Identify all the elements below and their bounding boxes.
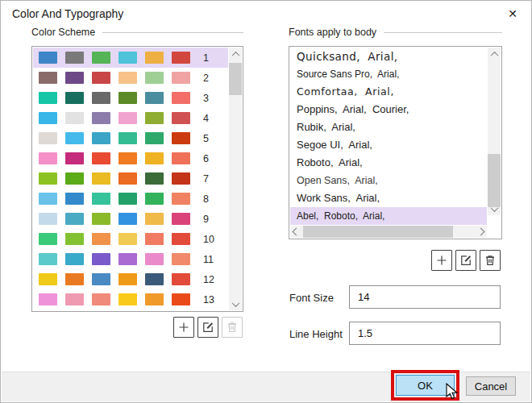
color-scheme-row[interactable]: 7 [33, 168, 228, 189]
color-scheme-row[interactable]: 9 [33, 209, 228, 229]
color-scheme-row[interactable]: 8 [33, 189, 228, 209]
color-swatch [65, 233, 84, 245]
color-swatch [145, 152, 164, 164]
color-scheme-row[interactable]: 1 [33, 48, 228, 68]
add-color-scheme-button[interactable] [173, 317, 194, 338]
font-size-label: Font Size [289, 292, 334, 304]
color-swatch [65, 293, 84, 305]
scrollbar-thumb[interactable] [229, 63, 242, 95]
color-swatch [145, 92, 164, 104]
color-swatch [172, 273, 190, 285]
color-swatch [118, 172, 137, 185]
font-list-item[interactable]: Work Sans, Arial, [290, 189, 487, 207]
color-swatch [92, 213, 110, 225]
color-swatch [172, 293, 190, 305]
font-list-item[interactable]: Comfortaa, Arial, [290, 83, 487, 101]
scroll-down-icon[interactable] [488, 202, 501, 215]
color-swatch [172, 52, 190, 64]
color-swatch [172, 213, 190, 225]
delete-icon [484, 255, 496, 266]
color-scheme-row[interactable]: 2 [33, 68, 228, 88]
color-scheme-row[interactable]: 5 [33, 128, 228, 148]
font-list: Quicksand, Arial,Source Sans Pro, Arial,… [289, 46, 502, 239]
font-list-horizontal-scrollbar[interactable] [290, 226, 487, 238]
font-list-item[interactable]: Rubik, Arial, [290, 118, 487, 136]
color-swatch [39, 233, 57, 245]
group-divider-line [102, 32, 243, 33]
ok-button[interactable]: OK [396, 375, 455, 396]
color-scheme-row[interactable] [33, 310, 228, 310]
edit-font-button[interactable] [455, 250, 476, 271]
color-swatch [39, 152, 57, 164]
color-swatch [65, 273, 84, 285]
color-swatch [65, 172, 84, 185]
color-scheme-row-number: 8 [203, 193, 209, 205]
scroll-right-icon[interactable] [475, 226, 487, 238]
color-swatch [145, 172, 164, 185]
color-scheme-row-number: 11 [203, 254, 214, 265]
color-scheme-row-number: 6 [203, 153, 209, 164]
add-font-button[interactable] [431, 250, 452, 271]
color-swatch [172, 233, 190, 245]
color-swatch [118, 92, 137, 104]
delete-color-scheme-button[interactable] [222, 317, 243, 338]
font-list-item[interactable]: Roboto, Arial, [290, 154, 487, 172]
color-scheme-row[interactable]: 11 [33, 249, 228, 269]
font-list-vertical-scrollbar[interactable] [488, 48, 501, 215]
color-swatch [92, 132, 110, 144]
font-size-input[interactable] [349, 285, 501, 309]
font-list-item[interactable]: Segoe UI, Arial, [290, 136, 487, 154]
color-swatch [92, 72, 110, 84]
fonts-group-header: Fonts apply to body [289, 27, 502, 38]
scrollbar-thumb[interactable] [488, 154, 501, 207]
color-swatch [172, 152, 190, 164]
color-swatch [145, 112, 164, 124]
color-swatch [92, 253, 110, 265]
color-scheme-row[interactable]: 3 [33, 88, 228, 108]
delete-icon [227, 322, 238, 333]
color-swatch [145, 253, 164, 265]
scroll-up-icon[interactable] [488, 48, 501, 60]
font-list-item[interactable]: Quicksand, Arial, [290, 48, 487, 65]
color-scheme-row[interactable]: 10 [33, 229, 228, 249]
color-swatch [92, 273, 110, 285]
color-swatch [65, 193, 84, 205]
color-swatch [145, 273, 164, 285]
font-list-item[interactable]: Source Sans Pro, Arial, [290, 65, 487, 83]
color-scheme-row-number: 10 [203, 234, 214, 245]
delete-font-button[interactable] [480, 250, 501, 271]
color-swatch [92, 293, 110, 305]
color-list-vertical-scrollbar[interactable] [229, 48, 242, 310]
color-swatch [65, 72, 84, 84]
font-list-item[interactable]: Poppins, Arial, Courier, [290, 101, 487, 118]
color-swatch [145, 293, 164, 305]
scroll-down-icon[interactable] [229, 297, 242, 310]
color-swatch [118, 72, 137, 84]
color-scheme-row[interactable]: 6 [33, 148, 228, 168]
color-swatch [118, 112, 137, 124]
cancel-button[interactable]: Cancel [466, 376, 516, 396]
color-swatch [118, 253, 137, 265]
color-scheme-row[interactable]: 12 [33, 269, 228, 289]
color-swatch [39, 112, 57, 124]
scroll-up-icon[interactable] [229, 48, 242, 60]
color-swatch [118, 293, 137, 305]
color-scheme-label: Color Scheme [31, 27, 95, 38]
color-swatch [65, 213, 84, 225]
font-list-item[interactable]: Abel, Roboto, Arial, [290, 207, 487, 225]
color-swatch [172, 72, 190, 84]
font-list-item[interactable]: Open Sans, Arial, [290, 172, 487, 189]
color-swatch [39, 293, 57, 305]
line-height-input[interactable] [349, 322, 501, 345]
color-swatch [118, 132, 137, 144]
color-swatch [39, 193, 57, 205]
edit-color-scheme-button[interactable] [197, 317, 218, 338]
scrollbar-thumb[interactable] [303, 226, 453, 238]
group-divider-line [384, 32, 502, 33]
close-icon[interactable]: ✕ [504, 5, 522, 23]
color-scheme-row[interactable]: 4 [33, 108, 228, 128]
scroll-left-icon[interactable] [290, 226, 302, 238]
add-icon [436, 255, 447, 266]
color-swatch [118, 152, 137, 164]
color-scheme-row[interactable]: 13 [33, 289, 228, 310]
